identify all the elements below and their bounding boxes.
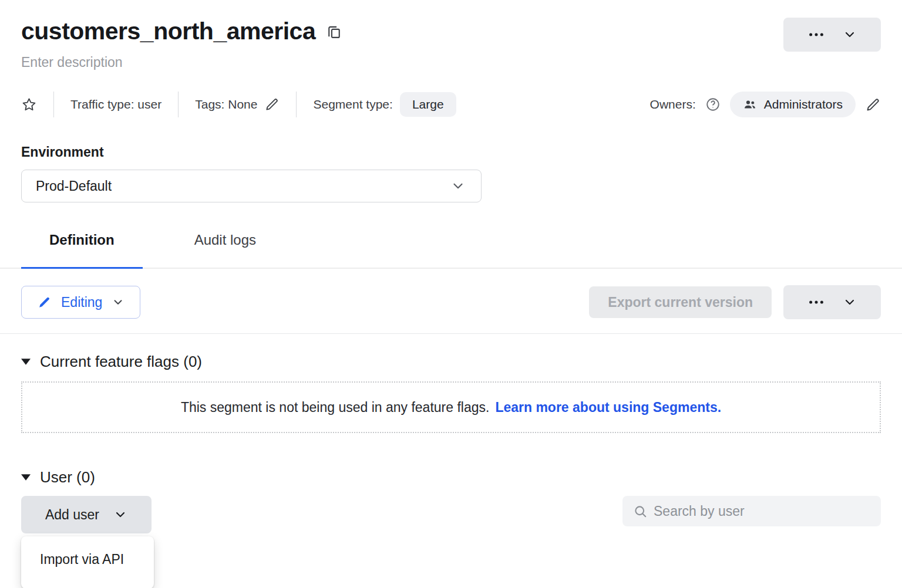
divider — [296, 92, 297, 117]
search-icon — [633, 504, 648, 519]
add-user-button[interactable]: Add user — [21, 496, 152, 533]
divider — [178, 92, 179, 117]
add-user-label: Add user — [45, 507, 99, 523]
environment-label: Environment — [21, 144, 881, 160]
edit-owners-pencil-icon[interactable] — [865, 97, 881, 113]
page-title: customers_north_america — [21, 18, 315, 45]
collapse-triangle-icon — [21, 474, 31, 481]
tab-audit-logs[interactable]: Audit logs — [166, 227, 284, 268]
favorite-star-icon[interactable] — [21, 97, 37, 113]
ellipsis-icon — [807, 26, 825, 43]
ellipsis-icon — [807, 293, 825, 311]
export-current-version-button[interactable]: Export current version — [589, 286, 772, 318]
divider — [53, 92, 54, 117]
feature-flags-title: Current feature flags (0) — [40, 353, 202, 371]
traffic-type-label: Traffic type: user — [70, 97, 161, 111]
menu-item-import-via-api[interactable]: Import via API — [21, 541, 154, 578]
collapse-triangle-icon — [21, 359, 31, 365]
learn-more-link[interactable]: Learn more about using Segments. — [495, 400, 721, 415]
feature-flags-section-header[interactable]: Current feature flags (0) — [21, 353, 881, 371]
chevron-down-icon — [113, 508, 127, 522]
segment-type-label: Segment type: — [313, 97, 392, 111]
people-icon — [743, 97, 757, 111]
owners-value: Administrators — [764, 97, 843, 111]
user-search[interactable] — [622, 496, 881, 526]
user-controls-row: Add user Import via API — [21, 496, 881, 533]
description-placeholder[interactable]: Enter description — [21, 55, 342, 70]
segment-page: customers_north_america Enter descriptio… — [0, 0, 902, 588]
owners-badge[interactable]: Administrators — [730, 92, 856, 117]
user-section-header[interactable]: User (0) — [21, 468, 881, 486]
tab-definition[interactable]: Definition — [21, 227, 143, 269]
definition-toolbar: Editing Export current version — [21, 285, 881, 319]
empty-state-text: This segment is not being used in any fe… — [181, 400, 489, 415]
environment-selected-value: Prod-Default — [36, 178, 112, 194]
chevron-down-icon — [843, 295, 857, 309]
editing-label: Editing — [61, 295, 102, 310]
edit-tags-pencil-icon[interactable] — [264, 97, 280, 112]
help-circle-icon[interactable] — [705, 97, 721, 112]
tags-label: Tags: None — [195, 97, 257, 111]
pencil-icon — [37, 295, 52, 310]
owners-group: Owners: — [650, 92, 881, 117]
copy-icon[interactable] — [326, 23, 342, 40]
search-by-user-input[interactable] — [654, 503, 870, 519]
segment-type: Segment type: Large — [313, 92, 456, 117]
page-header: customers_north_america Enter descriptio… — [21, 18, 881, 70]
traffic-type: Traffic type: user — [70, 97, 161, 111]
tags: Tags: None — [195, 97, 280, 112]
tab-bar: Definition Audit logs — [0, 227, 902, 269]
environment-select[interactable]: Prod-Default — [21, 170, 482, 202]
owners-label: Owners: — [650, 97, 696, 111]
chevron-down-icon — [450, 178, 466, 194]
feature-flags-empty-state: This segment is not being used in any fe… — [21, 381, 881, 433]
editing-mode-button[interactable]: Editing — [21, 286, 140, 319]
chevron-down-icon — [112, 296, 124, 309]
user-section-title: User (0) — [40, 468, 95, 486]
segment-type-badge: Large — [400, 92, 456, 117]
chevron-down-icon — [843, 28, 857, 42]
divider — [0, 333, 902, 334]
toolbar-overflow-menu-button[interactable] — [783, 285, 881, 319]
add-user-dropdown-menu: Import via API — [21, 536, 154, 588]
meta-row: Traffic type: user Tags: None Segment ty… — [21, 92, 881, 117]
header-overflow-menu-button[interactable] — [783, 18, 881, 52]
